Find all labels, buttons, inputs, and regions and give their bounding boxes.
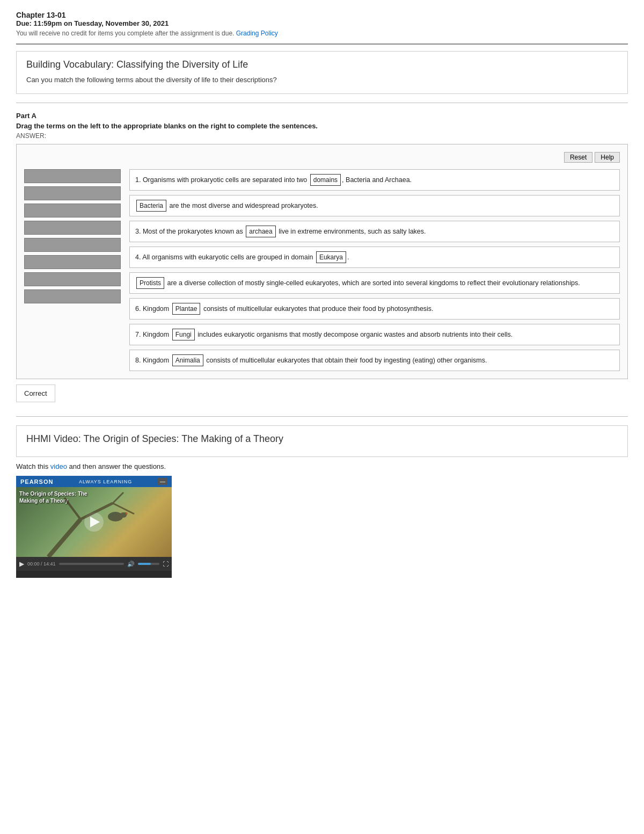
reset-button[interactable]: Reset [564, 152, 592, 163]
term-slot-8[interactable] [24, 289, 121, 303]
due-date: Due: 11:59pm on Tuesday, November 30, 20… [16, 19, 628, 27]
pearson-tagline: ALWAYS LEARNING [79, 479, 132, 484]
video-thumbnail[interactable]: The Origin of Species: The Making of a T… [16, 487, 172, 557]
video-desc-after: and then answer the questions. [69, 462, 166, 470]
sentence-7: 7. Kingdom Fungi includes eukaryotic org… [129, 324, 620, 345]
sentence-4-before: 4. All organisms with eukaryotic cells a… [135, 253, 315, 261]
sentence-8-before: 8. Kingdom [135, 357, 171, 364]
sentence-3-after: live in extreme environments, such as sa… [277, 228, 426, 235]
term-slot-6[interactable] [24, 255, 121, 269]
video-bg-svg [16, 487, 172, 557]
term-badge-bacteria: Bacteria [136, 200, 166, 212]
term-slot-3[interactable] [24, 204, 121, 217]
sentence-8: 8. Kingdom Animalia consists of multicel… [129, 350, 620, 371]
term-badge-domains: domains [310, 174, 341, 186]
term-badge-archaea: archaea [246, 226, 275, 237]
correct-badge: Correct [16, 385, 55, 402]
chapter-header: Chapter 13-01 Due: 11:59pm on Tuesday, N… [16, 11, 628, 37]
vocab-section-desc: Can you match the following terms about … [26, 76, 618, 84]
term-badge-plantae: Plantae [172, 303, 201, 315]
fullscreen-button[interactable]: ⛶ [163, 561, 169, 567]
dd-content: 1. Organisms with prokaryotic cells are … [24, 169, 620, 371]
sentence-3-before: 3. Most of the prokaryotes known as [135, 228, 245, 235]
video-controls: ▶ 00:00 / 14:41 🔊 ⛶ [16, 557, 172, 571]
term-badge-animalia: Animalia [172, 354, 203, 366]
term-slot-4[interactable] [24, 221, 121, 235]
svg-rect-0 [16, 487, 172, 557]
sentence-2-after: are the most diverse and widespread prok… [167, 202, 318, 209]
volume-bar[interactable] [138, 563, 159, 565]
video-desc-before: Watch this [16, 462, 48, 470]
policy-note-text: You will receive no credit for items you… [16, 30, 236, 37]
term-slot-2[interactable] [24, 186, 121, 200]
svg-line-5 [113, 492, 123, 503]
section-divider-2 [16, 416, 628, 417]
video-section-title: HHMI Video: The Origin of Species: The M… [26, 433, 618, 445]
chapter-title: Chapter 13-01 [16, 11, 628, 19]
sentence-5-after: are a diverse collection of mostly singl… [165, 279, 580, 287]
video-player: PEARSON ALWAYS LEARNING — The Origin of … [16, 476, 172, 578]
video-section: HHMI Video: The Origin of Species: The M… [16, 425, 628, 457]
term-slot-5[interactable] [24, 238, 121, 252]
sentence-5: Protists are a diverse collection of mos… [129, 272, 620, 294]
term-badge-fungi: Fungi [172, 329, 195, 340]
svg-point-9 [126, 512, 128, 514]
volume-icon[interactable]: 🔊 [127, 561, 135, 568]
sentence-6-before: 6. Kingdom [135, 305, 171, 313]
video-desc: Watch this video and then answer the que… [16, 462, 628, 470]
sentence-1-before: 1. Organisms with prokaryotic cells are … [135, 176, 309, 184]
sentence-7-before: 7. Kingdom [135, 331, 171, 338]
sentence-6-after: consists of multicellular eukaryotes tha… [201, 305, 433, 313]
sentence-2: Bacteria are the most diverse and widesp… [129, 195, 620, 216]
svg-line-2 [80, 503, 113, 519]
drag-drop-area: Reset Help 1. Organisms with prokaryotic… [16, 144, 628, 379]
term-slots [24, 169, 121, 303]
vocab-section-title: Building Vocabulary: Classifying the Div… [26, 59, 618, 70]
video-link[interactable]: video [50, 462, 67, 470]
policy-note: You will receive no credit for items you… [16, 30, 628, 37]
time-display: 00:00 / 14:41 [27, 561, 56, 567]
progress-bar[interactable] [59, 563, 124, 565]
sentence-4-after: . [347, 253, 349, 261]
sentence-6: 6. Kingdom Plantae consists of multicell… [129, 298, 620, 320]
grading-policy-link[interactable]: Grading Policy [236, 30, 278, 37]
vocab-section: Building Vocabulary: Classifying the Div… [16, 51, 628, 94]
term-badge-protists: Protists [136, 277, 164, 289]
part-label: Part A [16, 112, 628, 120]
video-minimize-button[interactable]: — [158, 478, 167, 485]
term-slot-7[interactable] [24, 272, 121, 286]
pearson-logo: PEARSON [20, 478, 53, 485]
part-instruction: Drag the terms on the left to the approp… [16, 122, 628, 130]
sentence-1: 1. Organisms with prokaryotic cells are … [129, 169, 620, 191]
video-header: PEARSON ALWAYS LEARNING — [16, 476, 172, 487]
sentence-3: 3. Most of the prokaryotes known as arch… [129, 221, 620, 242]
term-badge-eukarya: Eukarya [316, 251, 346, 263]
help-button[interactable]: Help [595, 152, 620, 163]
sentence-1-after: , Bacteria and Archaea. [342, 176, 412, 184]
top-divider [16, 43, 628, 45]
sentence-4: 4. All organisms with eukaryotic cells a… [129, 246, 620, 268]
sentence-7-after: includes eukaryotic organisms that mostl… [196, 331, 513, 338]
volume-fill [138, 563, 151, 565]
section-divider-1 [16, 103, 628, 103]
sentence-8-after: consists of multicellular eukaryotes tha… [204, 357, 487, 364]
term-slot-1[interactable] [24, 169, 121, 183]
answer-label: ANSWER: [16, 132, 628, 140]
svg-line-3 [64, 498, 80, 519]
play-pause-button[interactable]: ▶ [19, 560, 24, 568]
svg-line-1 [48, 519, 80, 557]
sentences-area: 1. Organisms with prokaryotic cells are … [129, 169, 620, 371]
dd-top-buttons: Reset Help [24, 152, 620, 163]
svg-point-6 [108, 512, 123, 521]
